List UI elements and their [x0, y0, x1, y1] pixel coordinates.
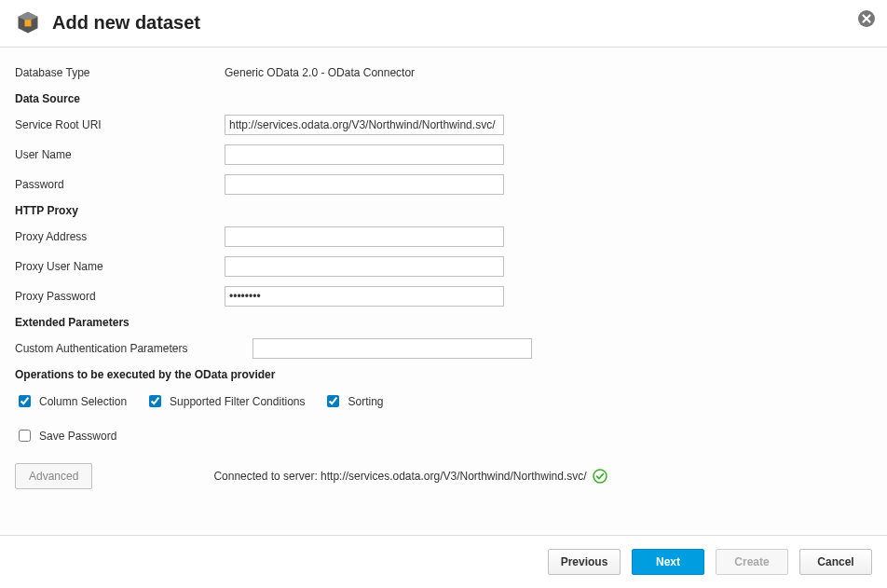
password-label: Password	[15, 178, 225, 191]
success-check-icon	[593, 469, 607, 484]
user-name-row: User Name	[15, 144, 872, 165]
custom-auth-params-label: Custom Authentication Parameters	[15, 342, 252, 355]
dialog-title: Add new dataset	[52, 12, 200, 34]
connection-status-text: Connected to server: http://services.oda…	[213, 470, 586, 483]
proxy-password-label: Proxy Password	[15, 290, 225, 303]
data-source-section: Data Source	[15, 92, 872, 105]
save-password-row: Save Password	[15, 427, 872, 444]
proxy-address-input[interactable]	[225, 226, 504, 247]
column-selection-checkbox[interactable]	[19, 395, 31, 407]
dialog-body: Database Type Generic OData 2.0 - OData …	[0, 48, 887, 536]
operations-section: Operations to be executed by the OData p…	[15, 368, 872, 381]
sorting-checkbox[interactable]	[327, 395, 339, 407]
create-button[interactable]: Create	[716, 549, 788, 575]
dialog-header: Add new dataset	[0, 0, 887, 48]
proxy-user-name-input[interactable]	[225, 256, 504, 277]
save-password-checkbox[interactable]	[19, 430, 31, 442]
advanced-button[interactable]: Advanced	[15, 463, 92, 489]
previous-button[interactable]: Previous	[548, 549, 621, 575]
column-selection-item[interactable]: Column Selection	[15, 392, 127, 410]
user-name-label: User Name	[15, 148, 225, 161]
save-password-item[interactable]: Save Password	[15, 427, 116, 444]
sorting-item[interactable]: Sorting	[323, 392, 383, 410]
sorting-label: Sorting	[348, 395, 383, 408]
database-type-row: Database Type Generic OData 2.0 - OData …	[15, 62, 872, 83]
supported-filter-conditions-label: Supported Filter Conditions	[170, 395, 305, 408]
column-selection-label: Column Selection	[39, 395, 127, 408]
save-password-label: Save Password	[39, 430, 116, 443]
proxy-password-row: Proxy Password	[15, 286, 872, 307]
database-type-value: Generic OData 2.0 - OData Connector	[225, 66, 415, 79]
svg-marker-2	[25, 20, 32, 26]
supported-filter-conditions-checkbox[interactable]	[149, 395, 161, 407]
service-root-uri-input[interactable]	[225, 115, 504, 135]
custom-auth-params-row: Custom Authentication Parameters	[15, 338, 872, 359]
dialog-footer: Previous Next Create Cancel	[0, 536, 887, 588]
password-row: Password	[15, 174, 872, 195]
proxy-address-label: Proxy Address	[15, 230, 225, 243]
http-proxy-section: HTTP Proxy	[15, 204, 872, 217]
proxy-password-input[interactable]	[225, 286, 504, 307]
cancel-button[interactable]: Cancel	[799, 549, 872, 575]
proxy-user-name-row: Proxy User Name	[15, 256, 872, 277]
database-type-label: Database Type	[15, 66, 225, 79]
close-icon[interactable]	[857, 9, 876, 28]
supported-filter-conditions-item[interactable]: Supported Filter Conditions	[145, 392, 305, 410]
service-root-uri-row: Service Root URI	[15, 115, 872, 135]
connection-status: Connected to server: http://services.oda…	[213, 469, 607, 484]
user-name-input[interactable]	[225, 144, 504, 165]
custom-auth-params-input[interactable]	[252, 338, 532, 359]
app-logo-icon	[15, 9, 41, 35]
svg-point-4	[594, 470, 607, 483]
password-input[interactable]	[225, 174, 504, 195]
proxy-user-name-label: Proxy User Name	[15, 260, 225, 273]
add-dataset-dialog: Add new dataset Database Type Generic OD…	[0, 0, 887, 588]
next-button[interactable]: Next	[632, 549, 704, 575]
bottom-status-row: Advanced Connected to server: http://ser…	[15, 463, 872, 489]
extended-params-section: Extended Parameters	[15, 316, 872, 329]
proxy-address-row: Proxy Address	[15, 226, 872, 247]
operations-row: Column Selection Supported Filter Condit…	[15, 392, 872, 410]
service-root-uri-label: Service Root URI	[15, 118, 225, 131]
